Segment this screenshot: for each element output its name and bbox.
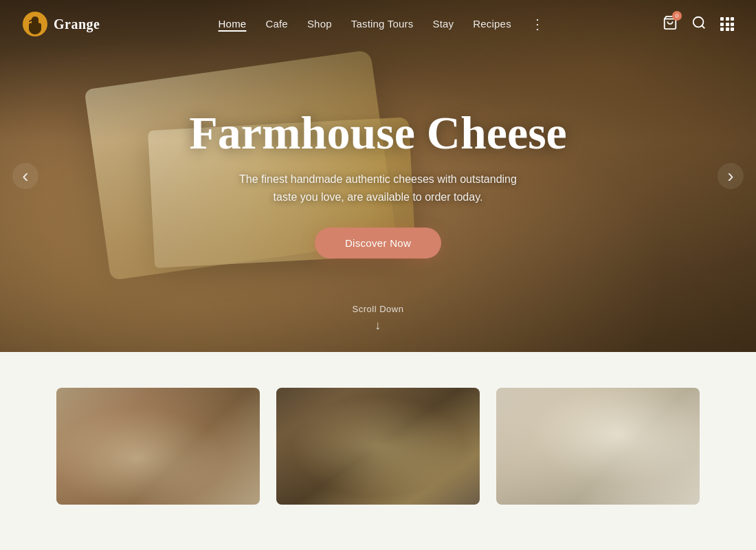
nav-link-cafe[interactable]: Cafe [265, 18, 288, 30]
scroll-down[interactable]: Scroll Down ↓ [353, 304, 404, 333]
hero-section: ‹ › Farmhouse Cheese The finest handmade… [0, 0, 756, 352]
scroll-down-label: Scroll Down [353, 304, 404, 314]
grid-menu-icon[interactable] [720, 17, 734, 31]
search-icon[interactable] [691, 15, 707, 34]
nav-link-stay[interactable]: Stay [432, 18, 454, 30]
cart-badge: 0 [672, 11, 682, 21]
next-arrow-icon: › [727, 165, 733, 187]
nav-item-cafe[interactable]: Cafe [265, 18, 288, 30]
nav-item-shop[interactable]: Shop [307, 18, 332, 30]
nav-item-home[interactable]: Home [219, 18, 247, 30]
nav-more-button[interactable]: ⋮ [531, 16, 544, 32]
prev-arrow[interactable]: ‹ [12, 163, 38, 189]
prev-arrow-icon: ‹ [22, 165, 28, 187]
cart-icon[interactable]: 0 [663, 15, 678, 34]
nav-link-shop[interactable]: Shop [307, 18, 332, 30]
product-card-3[interactable] [496, 388, 700, 505]
product-card-1[interactable] [56, 388, 260, 505]
discover-now-button[interactable]: Discover Now [315, 228, 441, 258]
nav-item-tasting-tours[interactable]: Tasting Tours [351, 18, 414, 30]
hero-subtitle: The finest handmade authentic cheeses wi… [234, 170, 522, 206]
nav-item-stay[interactable]: Stay [432, 18, 454, 30]
logo-text: Grange [54, 16, 100, 32]
navbar: Grange Home Cafe Shop Tasting Tours Stay… [0, 0, 756, 48]
product-cards-section [0, 352, 756, 505]
logo[interactable]: Grange [22, 11, 100, 37]
logo-icon [22, 11, 48, 37]
nav-link-home[interactable]: Home [219, 18, 247, 30]
scroll-down-arrow: ↓ [375, 318, 381, 333]
hero-title: Farmhouse Cheese [189, 107, 567, 159]
nav-links: Home Cafe Shop Tasting Tours Stay Recipe… [219, 16, 544, 32]
svg-point-2 [693, 16, 704, 27]
nav-actions: 0 [663, 15, 734, 34]
nav-link-tasting-tours[interactable]: Tasting Tours [351, 18, 414, 30]
hero-content: Farmhouse Cheese The finest handmade aut… [0, 0, 756, 352]
nav-item-recipes[interactable]: Recipes [473, 18, 511, 30]
nav-link-recipes[interactable]: Recipes [473, 18, 511, 30]
next-arrow[interactable]: › [718, 163, 744, 189]
product-card-2[interactable] [276, 388, 480, 505]
